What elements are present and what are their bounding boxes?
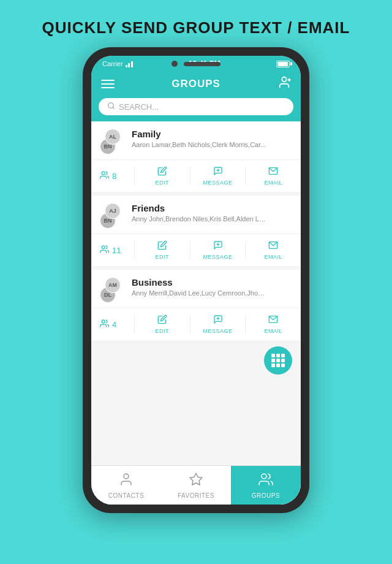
message-label-family: MESSAGE — [203, 180, 233, 186]
message-icon-friends — [213, 240, 223, 253]
email-label-business: EMAIL — [264, 328, 282, 334]
svg-point-17 — [124, 474, 129, 479]
menu-button[interactable] — [101, 80, 115, 88]
email-button-friends[interactable]: EMAIL — [246, 238, 301, 262]
group-members-friends: Anny John,Brendon Niles,Kris Bell,Alden … — [132, 215, 266, 223]
message-label-business: MESSAGE — [203, 328, 233, 334]
carrier-text: Carrier — [102, 60, 123, 67]
avatar-family-al: AL — [105, 129, 121, 145]
edit-icon-family — [157, 166, 167, 178]
edit-button-family[interactable]: EDIT — [135, 164, 190, 188]
avatar-stack-business: AM DL — [100, 277, 126, 303]
avatar-business-am: AM — [105, 277, 121, 293]
message-label-friends: MESSAGE — [203, 254, 233, 260]
tab-groups-label: GROUPS — [252, 492, 280, 499]
group-name-friends: Friends — [132, 203, 292, 213]
svg-point-0 — [282, 77, 286, 82]
group-name-family: Family — [132, 129, 292, 139]
action-row-business: 4 EDIT — [91, 308, 301, 340]
edit-icon-friends — [157, 240, 167, 253]
email-icon-family — [268, 166, 278, 178]
svg-point-5 — [102, 172, 105, 175]
group-members-business: Anny Merrill,David Lee,Lucy Cemroon,Jhon… — [132, 289, 266, 297]
fab-button[interactable] — [264, 346, 292, 375]
add-user-button[interactable] — [277, 75, 291, 92]
tab-groups[interactable]: GROUPS — [231, 466, 301, 505]
avatar-friends-aj: AJ — [105, 203, 121, 219]
email-button-family[interactable]: EMAIL — [246, 164, 301, 188]
svg-point-19 — [262, 474, 266, 479]
group-members-family: Aaron Lamar,Beth Nichols,Clerk Morris,Ca… — [132, 141, 266, 148]
avatar-stack-family: AL BN — [100, 129, 126, 154]
battery-icon — [276, 61, 290, 67]
fab-grid-icon — [271, 354, 285, 367]
action-row-family: 8 EDIT — [91, 159, 301, 192]
tab-contacts[interactable]: CONTACTS — [91, 466, 161, 505]
nav-title: GROUPS — [172, 78, 221, 90]
svg-point-13 — [102, 320, 105, 323]
edit-icon-business — [157, 314, 167, 327]
tab-contacts-label: CONTACTS — [108, 492, 144, 499]
edit-button-friends[interactable]: EDIT — [135, 238, 190, 262]
email-label-friends: EMAIL — [264, 254, 282, 260]
phone-shell: Carrier 12:41 PM — [83, 47, 309, 513]
contacts-icon — [119, 472, 134, 490]
email-icon-friends — [268, 240, 278, 253]
nav-bar: GROUPS — [91, 70, 301, 98]
member-count-num-business: 4 — [112, 320, 116, 329]
svg-marker-18 — [190, 473, 202, 485]
email-button-business[interactable]: EMAIL — [246, 312, 301, 337]
speaker-grille — [184, 62, 221, 66]
wifi-icon — [126, 60, 133, 67]
group-info-friends: Friends Anny John,Brendon Niles,Kris Bel… — [132, 203, 292, 223]
member-count-friends: 11 — [91, 242, 134, 258]
camera-dot — [172, 61, 178, 67]
member-count-icon-family — [100, 170, 109, 181]
avatar-stack-friends: AJ BN — [100, 203, 126, 229]
message-icon-business — [213, 314, 223, 327]
member-count-business: 4 — [91, 316, 134, 332]
page-headline: QUICKLY SEND GROUP TEXT / EMAIL — [30, 0, 363, 47]
group-card-friends: AJ BN Friends Anny John,Brendon Niles,Kr… — [91, 196, 301, 266]
tab-favorites-label: FAVORITES — [178, 492, 214, 499]
message-icon-family — [213, 166, 223, 178]
group-name-business: Business — [132, 277, 292, 288]
search-icon — [107, 102, 115, 112]
tab-bar: CONTACTS FAVORITES — [91, 465, 301, 505]
groups-icon — [258, 472, 273, 490]
member-count-num-friends: 11 — [112, 246, 121, 255]
edit-label-family: EDIT — [156, 180, 170, 186]
member-count-icon-business — [100, 319, 109, 330]
svg-line-4 — [113, 107, 114, 109]
message-button-business[interactable]: MESSAGE — [190, 312, 246, 337]
group-card-business: AM DL Business Anny Merrill,David Lee,Lu… — [91, 270, 301, 340]
member-count-icon-friends — [100, 245, 109, 256]
group-info-business: Business Anny Merrill,David Lee,Lucy Cem… — [132, 277, 292, 297]
member-count-num-family: 8 — [112, 172, 116, 181]
message-button-friends[interactable]: MESSAGE — [190, 238, 246, 262]
action-row-friends: 11 EDIT — [91, 234, 301, 266]
tab-favorites[interactable]: FAVORITES — [161, 466, 231, 505]
svg-point-9 — [102, 246, 105, 249]
edit-label-business: EDIT — [156, 328, 170, 334]
favorites-icon — [189, 472, 203, 490]
group-card-family: AL BN Family Aaron Lamar,Beth Nichols,Cl… — [91, 121, 301, 192]
message-button-family[interactable]: MESSAGE — [190, 164, 246, 188]
email-icon-business — [268, 314, 278, 327]
edit-label-friends: EDIT — [156, 254, 170, 260]
group-info-family: Family Aaron Lamar,Beth Nichols,Clerk Mo… — [132, 129, 292, 148]
email-label-family: EMAIL — [264, 180, 282, 186]
content-area: AL BN Family Aaron Lamar,Beth Nichols,Cl… — [91, 121, 301, 465]
search-bar: SEARCH... — [91, 98, 301, 121]
member-count-family: 8 — [91, 168, 134, 184]
search-placeholder: SEARCH... — [119, 102, 159, 112]
edit-button-business[interactable]: EDIT — [135, 312, 190, 337]
